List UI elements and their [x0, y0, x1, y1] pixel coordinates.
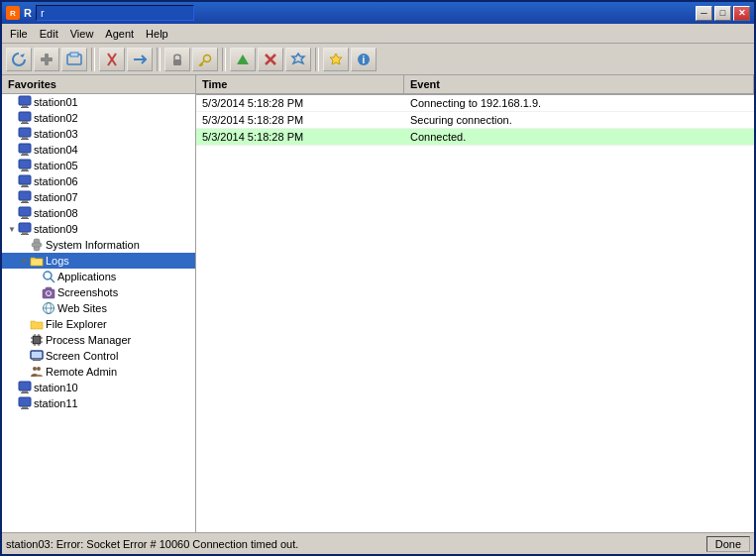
websites-label: Web Sites	[57, 302, 107, 314]
expand-icon	[6, 397, 18, 409]
toolbar-btn-key[interactable]	[192, 48, 218, 71]
sidebar-item-station01[interactable]: station01	[2, 94, 195, 110]
svg-rect-29	[19, 175, 31, 184]
svg-rect-68	[19, 382, 31, 390]
sidebar-item-file-explorer[interactable]: File Explorer	[2, 316, 195, 332]
expand-icon	[6, 96, 18, 108]
sidebar-item-applications[interactable]: Applications	[2, 269, 195, 284]
maximize-button[interactable]: □	[714, 6, 731, 21]
sidebar-item-station07[interactable]: station07	[2, 189, 195, 205]
sidebar-item-remote-admin[interactable]: Remote Admin	[2, 364, 195, 380]
svg-point-7	[204, 55, 211, 61]
toolbar-btn-gear[interactable]	[285, 48, 311, 71]
col-header-event[interactable]: Event	[404, 75, 754, 93]
menu-view[interactable]: View	[64, 26, 100, 42]
svg-rect-3	[70, 53, 78, 56]
svg-rect-22	[21, 139, 29, 140]
cpu-icon	[30, 333, 44, 347]
expand-icon	[18, 318, 30, 330]
expand-icon	[18, 334, 30, 346]
close-button[interactable]: ✕	[733, 6, 750, 21]
menu-agent[interactable]: Agent	[99, 26, 140, 42]
col-header-time[interactable]: Time	[196, 75, 404, 93]
title-bar: R R ─ □ ✕	[2, 2, 754, 24]
monitor-icon	[18, 159, 32, 172]
toolbar-btn-arrow-up[interactable]	[230, 48, 256, 71]
sidebar-item-station10[interactable]: station10	[2, 380, 195, 395]
svg-rect-17	[19, 112, 31, 121]
station02-label: station02	[34, 112, 78, 124]
menu-file[interactable]: File	[4, 26, 34, 42]
status-text: station03: Error: Socket Error # 10060 C…	[6, 538, 706, 550]
station03-label: station03	[34, 128, 78, 140]
sidebar-item-screen-control[interactable]: Screen Control	[2, 348, 195, 364]
station06-label: station06	[34, 175, 78, 187]
toolbar-btn-arrow[interactable]	[127, 48, 153, 71]
toolbar-btn-star[interactable]	[323, 48, 349, 71]
sidebar-item-logs[interactable]: ▼ Logs	[2, 253, 195, 269]
toolbar-btn-refresh[interactable]	[6, 48, 32, 71]
sidebar-item-station05[interactable]: station05	[2, 158, 195, 173]
monitor-icon	[18, 381, 32, 394]
separator-1	[91, 48, 95, 71]
minimize-button[interactable]: ─	[696, 6, 712, 21]
sidebar-item-station03[interactable]: station03	[2, 126, 195, 142]
svg-rect-16	[21, 107, 29, 108]
toolbar-btn-cut[interactable]	[99, 48, 125, 71]
svg-rect-35	[19, 207, 31, 216]
toolbar-btn-wrench[interactable]	[34, 48, 59, 71]
sidebar-item-process-manager[interactable]: Process Manager	[2, 332, 195, 348]
toolbar-btn-x[interactable]	[258, 48, 283, 71]
station11-label: station11	[34, 397, 78, 409]
sidebar-item-station11[interactable]: station11	[2, 395, 195, 411]
sidebar-item-station08[interactable]: station08	[2, 205, 195, 221]
sidebar-item-station02[interactable]: station02	[2, 110, 195, 126]
svg-rect-27	[22, 168, 28, 170]
monitor-icon	[18, 396, 32, 410]
toolbar: i	[2, 44, 754, 75]
table-row[interactable]: 5/3/2014 5:18:28 PM Connecting to 192.16…	[196, 95, 754, 112]
sidebar-item-station06[interactable]: station06	[2, 173, 195, 189]
camera-icon	[42, 285, 55, 299]
cell-event-1: Connecting to 192.168.1.9.	[404, 95, 754, 111]
svg-rect-21	[22, 137, 28, 139]
table-row-highlighted[interactable]: 5/3/2014 5:18:28 PM Connected.	[196, 129, 754, 146]
logs-label: Logs	[46, 255, 69, 267]
station04-label: station04	[34, 144, 78, 156]
folder-open-icon	[30, 254, 44, 268]
menu-edit[interactable]: Edit	[34, 26, 64, 42]
expand-icon	[6, 144, 18, 156]
table-body: 5/3/2014 5:18:28 PM Connecting to 192.16…	[196, 95, 754, 532]
svg-text:i: i	[363, 55, 366, 65]
svg-rect-32	[19, 191, 31, 200]
title-input[interactable]	[36, 5, 194, 21]
collapse-icon: ▼	[18, 255, 30, 267]
sidebar: Favorites station01 station02	[2, 75, 196, 532]
toolbar-btn-lock[interactable]	[164, 48, 190, 71]
expand-icon	[18, 350, 30, 362]
status-bar: station03: Error: Socket Error # 10060 C…	[2, 532, 754, 554]
sidebar-item-screenshots[interactable]: Screenshots	[2, 284, 195, 300]
svg-marker-10	[292, 54, 304, 63]
menu-help[interactable]: Help	[140, 26, 174, 42]
toolbar-btn-connect[interactable]	[61, 48, 87, 71]
applications-label: Applications	[57, 271, 116, 282]
svg-rect-31	[21, 186, 29, 187]
sidebar-item-station09[interactable]: ▼ station09	[2, 221, 195, 237]
sidebar-item-station04[interactable]: station04	[2, 142, 195, 158]
system-information-label: System Information	[46, 239, 140, 251]
table-row[interactable]: 5/3/2014 5:18:28 PM Securing connection.	[196, 112, 754, 129]
svg-rect-71	[19, 397, 31, 406]
sidebar-item-system-information[interactable]: System Information	[2, 237, 195, 253]
station01-label: station01	[34, 96, 78, 108]
svg-rect-1	[41, 57, 53, 61]
monitor-icon	[18, 222, 32, 236]
toolbar-btn-info[interactable]: i	[351, 48, 377, 71]
station09-label: station09	[34, 223, 78, 235]
svg-rect-37	[21, 218, 29, 219]
station10-label: station10	[34, 382, 78, 393]
sidebar-item-websites[interactable]: Web Sites	[2, 300, 195, 316]
wrench-icon	[30, 238, 44, 252]
svg-marker-11	[330, 54, 342, 64]
remote-admin-label: Remote Admin	[46, 366, 117, 378]
